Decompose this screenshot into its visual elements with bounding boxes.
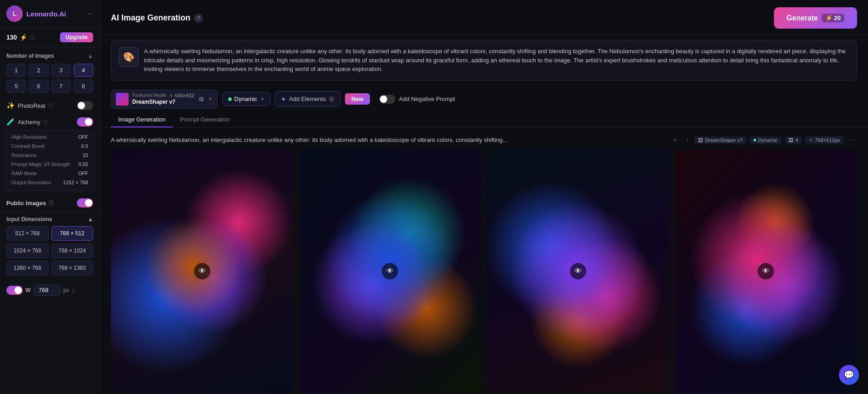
alchemy-toggle[interactable] [77, 117, 93, 126]
output-res-val: 1152 × 768 [63, 180, 88, 185]
result-model-name: DreamShaper v7 [705, 137, 743, 143]
sidebar-header: L Leonardo.Ai ← [0, 0, 100, 28]
logo-name: Leonardo [26, 10, 57, 18]
high-res-val: OFF [78, 134, 88, 140]
high-res-row: High Resolution OFF [11, 132, 88, 141]
raw-mode-key: RAW Mode [11, 171, 37, 176]
result-add-button[interactable]: ＋ [670, 135, 680, 145]
contrast-val: 0.5 [81, 143, 88, 149]
result-upload-button[interactable]: ↑ [684, 136, 691, 145]
image-eye-overlay-2: 👁 [382, 263, 398, 279]
num-btn-8[interactable]: 8 [74, 80, 93, 93]
contrast-key: Contrast Boost [11, 143, 45, 149]
generate-cost: ⚡ 20 [822, 14, 844, 22]
dim-btn-0[interactable]: 512 × 768 [6, 226, 49, 241]
tab-image-generation[interactable]: Image Generation [111, 112, 173, 127]
alchemy-row: 🧪 Alchemy ⓘ [0, 114, 100, 130]
public-images-row: Public Images ⓘ [0, 195, 100, 212]
back-arrow-icon[interactable]: ← [86, 10, 93, 18]
dynamic-chevron-icon: ▼ [260, 96, 264, 101]
model-name: DreamShaper v7 [132, 99, 195, 105]
width-unit: px [63, 287, 69, 293]
photoreal-text: PhotoReal [18, 102, 45, 109]
resonance-row: Resonance 15 [11, 151, 88, 160]
lightning-icon: ⚡ [20, 34, 27, 41]
dim-btn-4[interactable]: 1360 × 768 [6, 261, 49, 275]
image-card-3[interactable]: 👁 [487, 150, 669, 393]
num-btn-1[interactable]: 1 [6, 64, 26, 77]
credits-count: 130 [6, 34, 17, 41]
public-images-text: Public Images [6, 200, 46, 207]
num-btn-7[interactable]: 7 [51, 80, 71, 93]
width-input[interactable] [33, 284, 60, 296]
dim-btn-1[interactable]: 768 × 512 [51, 226, 94, 241]
num-btn-6[interactable]: 6 [29, 80, 48, 93]
result-more-button[interactable]: ⋯ [847, 136, 857, 145]
dim-btn-3[interactable]: 768 × 1024 [51, 243, 94, 258]
result-count-icon: 🖼 [788, 137, 793, 143]
page-title: AI Image Generation ? [111, 13, 203, 23]
result-meta: A whimsically swirling Nebulamon, an int… [111, 135, 857, 145]
add-elements-button[interactable]: ✦ Add Elements ⊕ [275, 91, 340, 107]
tabs-row: Image Generation Prompt Generation [100, 112, 868, 128]
num-btn-5[interactable]: 5 [6, 80, 26, 93]
dynamic-dot-icon [228, 97, 232, 101]
public-info-icon[interactable]: ⓘ [49, 200, 54, 207]
num-images-grid: 1 2 3 4 5 6 7 8 [0, 62, 100, 97]
image-card-2[interactable]: 👁 [299, 150, 482, 393]
logo-text: Leonardo.Ai [26, 10, 66, 18]
output-res-row: Output Resolution 1152 × 768 [11, 178, 88, 187]
dim-btn-2[interactable]: 1024 × 768 [6, 243, 49, 258]
num-btn-3[interactable]: 3 [51, 64, 71, 77]
negative-prompt-toggle[interactable]: Add Negative Prompt [379, 95, 455, 104]
title-help-icon[interactable]: ? [194, 14, 203, 23]
add-elements-label: Add Elements [289, 96, 326, 102]
image-eye-overlay-3: 👁 [570, 263, 586, 279]
photoreal-info-icon[interactable]: ⓘ [48, 102, 53, 109]
main-content: AI Image Generation ? Generate ⚡ 20 🎨 A … [100, 0, 868, 394]
tab-prompt-generation[interactable]: Prompt Generation [173, 112, 237, 127]
neg-prompt-switch[interactable] [379, 95, 395, 104]
alchemy-info-icon[interactable]: ⓘ [43, 119, 48, 126]
model-type-label: Finetuned Model [132, 93, 166, 98]
dim-btn-5[interactable]: 768 × 1360 [51, 261, 94, 275]
num-btn-4[interactable]: 4 [74, 64, 93, 77]
resonance-val: 15 [83, 152, 88, 158]
alchemy-icon: 🧪 [6, 118, 15, 126]
image-eye-overlay-1: 👁 [194, 263, 210, 279]
link-icon: ↕ [72, 287, 75, 294]
image-card-1[interactable]: 👁 [111, 150, 294, 393]
avatar: L [6, 5, 23, 22]
wh-row: W px ↕ [0, 280, 100, 296]
model-chevron-icon: ▼ [208, 96, 213, 101]
resonance-key: Resonance [11, 152, 37, 158]
model-selector[interactable]: Finetuned Model ⊹ 640×832 DreamShaper v7… [111, 90, 218, 109]
new-badge[interactable]: New [345, 93, 370, 105]
wh-link-toggle[interactable] [6, 286, 23, 295]
alchemy-settings-panel: High Resolution OFF Contrast Boost 0.5 R… [5, 130, 95, 191]
prompt-text[interactable]: A whimsically swirling Nebulamon, an int… [144, 47, 849, 74]
photoreal-toggle[interactable] [77, 101, 93, 110]
model-options-icon[interactable]: ⊟ [198, 95, 205, 103]
chat-button[interactable]: 💬 [839, 365, 859, 385]
photoreal-row: ✨ PhotoReal ⓘ [0, 97, 100, 114]
num-btn-2[interactable]: 2 [29, 64, 48, 77]
result-res-badge: ⊹ 768×512px [805, 136, 843, 144]
width-label: W [25, 287, 30, 293]
upgrade-button[interactable]: Upgrade [60, 32, 93, 42]
result-count-badge: 🖼 4 [785, 136, 802, 144]
number-of-images-label: Number of Images [6, 53, 54, 59]
dim-chevron-icon[interactable]: ▲ [88, 216, 93, 222]
dynamic-style-button[interactable]: Dynamic ▼ [222, 92, 270, 106]
generate-button[interactable]: Generate ⚡ 20 [774, 7, 857, 29]
public-images-toggle[interactable] [77, 198, 93, 207]
model-res-text: 640×832 [175, 93, 195, 99]
model-res-badge: ⊹ 640×832 [169, 93, 195, 99]
public-images-label: Public Images ⓘ [6, 200, 54, 207]
result-prompt-text: A whimsically swirling Nebulamon, an int… [111, 136, 666, 143]
credits-info-icon[interactable]: ⓘ [30, 34, 35, 41]
num-images-chevron-icon[interactable]: ▲ [88, 53, 93, 59]
image-card-4[interactable]: 👁 [675, 150, 858, 393]
result-style-dot-icon [753, 139, 756, 141]
main-header: AI Image Generation ? Generate ⚡ 20 [100, 0, 868, 35]
